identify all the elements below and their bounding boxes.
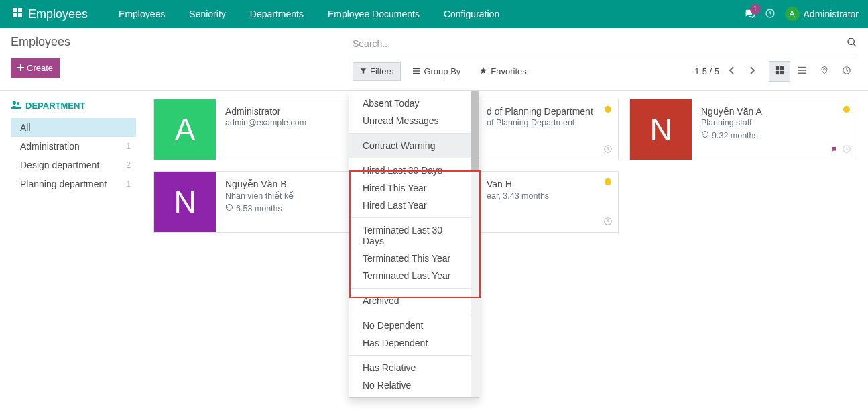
body: DEPARTMENT All Administration 1 Design d… — [0, 91, 868, 412]
sidebar-item-administration[interactable]: Administration 1 — [11, 137, 136, 156]
clock-icon[interactable] — [603, 217, 613, 228]
view-switcher — [769, 61, 857, 82]
create-button[interactable]: Create — [11, 58, 60, 78]
employee-card[interactable]: A Administrator admin@example.com — [153, 99, 381, 160]
sidebar-header-label: DEPARTMENT — [25, 101, 85, 111]
filters-dropdown: Absent Today Unread Messages Contract Wa… — [349, 91, 479, 398]
card-meta: 6.53 months — [225, 203, 282, 213]
pager: 1-5 / 5 — [694, 64, 759, 79]
svg-rect-12 — [776, 66, 779, 70]
view-kanban[interactable] — [769, 61, 790, 82]
nav-employees[interactable]: Employees — [107, 0, 177, 28]
filter-terminated-30[interactable]: Terminated Last 30 Days — [349, 221, 479, 250]
star-icon — [479, 66, 487, 76]
svg-rect-3 — [18, 13, 22, 17]
card-title: Nguyễn Văn A — [701, 106, 850, 117]
card-title: Van H — [487, 178, 611, 189]
card-meta: ear, 3.43 months — [487, 191, 549, 201]
user-menu[interactable]: A Administrator — [785, 7, 861, 21]
card-meta: 9.32 months — [701, 130, 758, 140]
activity-icon[interactable] — [765, 8, 776, 21]
scrollbar-thumb[interactable] — [471, 91, 479, 172]
filter-hired-30[interactable]: Hired Last 30 Days — [349, 162, 479, 179]
sidebar-item-all[interactable]: All — [11, 118, 136, 137]
svg-point-22 — [17, 102, 19, 105]
clock-icon[interactable] — [603, 144, 613, 156]
brand-label: Employees — [28, 7, 88, 21]
filter-contract-warning[interactable]: Contract Warning — [349, 134, 479, 158]
sidebar-item-design[interactable]: Design department 2 — [11, 156, 136, 174]
sidebar-header: DEPARTMENT — [11, 100, 136, 111]
main-area: A Administrator admin@example.com N Nguy… — [143, 91, 868, 412]
filter-hired-year[interactable]: Hired This Year — [349, 179, 479, 197]
search-icon[interactable] — [847, 37, 857, 50]
sidebar-item-count: 1 — [126, 179, 131, 189]
card-avatar: N — [154, 172, 216, 232]
card-meta-text: 9.32 months — [712, 131, 758, 140]
nav-right: 1 A Administrator — [743, 7, 861, 21]
control-panel: Employees Create — [0, 28, 868, 91]
sidebar: DEPARTMENT All Administration 1 Design d… — [0, 91, 143, 412]
kanban-col-1: A Administrator admin@example.com N Nguy… — [153, 99, 381, 233]
status-dot — [843, 106, 850, 113]
history-icon — [701, 130, 709, 140]
nav-configuration[interactable]: Configuration — [432, 0, 511, 28]
clock-icon[interactable] — [842, 144, 851, 156]
group-by-label: Group By — [424, 66, 460, 76]
users-icon — [11, 100, 21, 111]
filter-hired-last-year[interactable]: Hired Last Year — [349, 197, 479, 214]
pager-next[interactable] — [745, 64, 759, 79]
sidebar-item-label: All — [20, 122, 31, 133]
history-icon — [225, 203, 233, 213]
chat-badge: 1 — [750, 4, 761, 15]
funnel-icon — [360, 66, 367, 76]
brand[interactable]: Employees — [7, 7, 93, 21]
group-by-button[interactable]: Group By — [405, 62, 468, 81]
top-nav: Employees Employees Seniority Department… — [0, 0, 868, 28]
filter-archived[interactable]: Archived — [349, 289, 479, 313]
sidebar-item-label: Design department — [20, 160, 99, 170]
nav-departments[interactable]: Departments — [238, 0, 316, 28]
messaging-button[interactable]: 1 — [743, 8, 755, 21]
filter-has-dependent[interactable]: Has Dependent — [349, 334, 479, 352]
search-input[interactable] — [353, 38, 847, 49]
svg-rect-13 — [780, 66, 784, 70]
svg-point-7 — [848, 38, 854, 44]
filter-terminated-year[interactable]: Terminated This Year — [349, 250, 479, 267]
filter-no-dependent[interactable]: No Dependent — [349, 317, 479, 334]
kanban-col-3: N Nguyễn Văn A Planning staff 9.32 month… — [629, 99, 857, 160]
apps-icon — [12, 7, 23, 21]
filter-no-relative[interactable]: No Relative — [349, 376, 479, 394]
favorites-button[interactable]: Favorites — [472, 62, 534, 81]
svg-point-21 — [13, 101, 16, 105]
svg-rect-6 — [17, 67, 24, 68]
view-activity[interactable] — [836, 61, 857, 82]
filter-buttons: Filters Group By Favorites — [353, 62, 534, 81]
sidebar-item-planning[interactable]: Planning department 1 — [11, 174, 136, 193]
svg-rect-15 — [780, 71, 784, 74]
message-icon[interactable] — [830, 146, 839, 156]
filters-button[interactable]: Filters — [353, 62, 401, 81]
sidebar-list: All Administration 1 Design department 2… — [11, 118, 136, 193]
sidebar-item-count: 1 — [126, 142, 131, 151]
svg-line-8 — [853, 44, 856, 46]
filter-unread-messages[interactable]: Unread Messages — [349, 112, 479, 130]
card-sub: of Planning Department — [487, 118, 611, 127]
nav-employee-documents[interactable]: Employee Documents — [316, 0, 432, 28]
svg-rect-0 — [13, 8, 17, 12]
sidebar-item-label: Administration — [20, 141, 80, 152]
filter-absent-today[interactable]: Absent Today — [349, 95, 479, 112]
filters-label: Filters — [370, 66, 393, 76]
nav-seniority[interactable]: Seniority — [177, 0, 237, 28]
filter-has-relative[interactable]: Has Relative — [349, 359, 479, 376]
view-list[interactable] — [792, 61, 813, 82]
svg-rect-1 — [18, 8, 22, 12]
pager-prev[interactable] — [725, 64, 739, 79]
view-map[interactable] — [814, 61, 834, 82]
filter-terminated-last-year[interactable]: Terminated Last Year — [349, 267, 479, 285]
employee-card[interactable]: N Nguyễn Văn A Planning staff 9.32 month… — [629, 99, 857, 160]
user-avatar: A — [785, 7, 800, 21]
card-meta-text: 6.53 months — [236, 204, 282, 213]
employee-card[interactable]: N Nguyễn Văn B Nhân viên thiết kế 6.53 m… — [153, 171, 381, 233]
dropdown-scrollbar[interactable] — [471, 91, 479, 397]
